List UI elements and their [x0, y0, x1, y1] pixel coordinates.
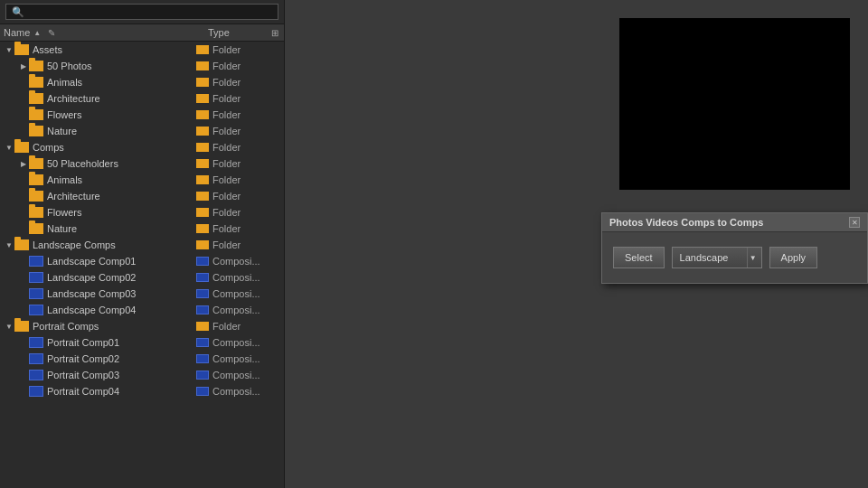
type-folder-icon: [196, 110, 209, 119]
type-folder-icon: [196, 240, 209, 249]
item-name-label: Assets: [33, 44, 196, 55]
item-name-label: Architecture: [47, 93, 196, 104]
type-folder-icon: [196, 159, 209, 168]
item-name-label: Portrait Comps: [33, 321, 196, 332]
tree-item[interactable]: NatureFolder: [0, 221, 284, 237]
tree-container: ▼AssetsFolder▶50 PhotosFolderAnimalsFold…: [0, 42, 284, 488]
tree-item[interactable]: NatureFolder: [0, 123, 284, 139]
comp-icon: [29, 288, 43, 299]
type-folder-icon: [196, 322, 209, 331]
dialog-overlay: Photos Videos Comps to Comps ✕ Select La…: [601, 212, 868, 284]
tree-item[interactable]: ▶50 PhotosFolder: [0, 58, 284, 74]
expand-arrow-icon: ▼: [4, 323, 14, 331]
column-headers: Name ▲ ✎ Type ⊞: [0, 24, 284, 42]
item-name-label: Comps: [33, 142, 196, 153]
type-folder-icon: [196, 143, 209, 152]
expand-arrow-icon: ▶: [18, 160, 29, 168]
folder-icon: [29, 191, 43, 202]
dialog-content: Select LandscapePortraitAll ▼ Apply: [602, 232, 867, 283]
folder-icon: [29, 93, 43, 104]
tree-item[interactable]: Landscape Comp02Composi...: [0, 269, 284, 286]
tree-item[interactable]: Portrait Comp04Composi...: [0, 383, 284, 399]
type-column-label: Type: [208, 27, 230, 38]
item-type-label: Folder: [212, 321, 280, 332]
item-name-label: Flowers: [47, 109, 196, 120]
item-type-label: Folder: [212, 191, 280, 202]
tree-item[interactable]: AnimalsFolder: [0, 172, 284, 188]
item-name-label: Animals: [47, 174, 196, 185]
select-button[interactable]: Select: [613, 247, 665, 268]
tree-item[interactable]: ▶50 PlaceholdersFolder: [0, 155, 284, 172]
tree-item[interactable]: Landscape Comp03Composi...: [0, 286, 284, 302]
comp-icon: [29, 353, 43, 364]
right-area: Photos Videos Comps to Comps ✕ Select La…: [285, 0, 868, 488]
type-comp-icon: [196, 371, 209, 380]
item-type-label: Composi...: [212, 386, 280, 397]
tree-item[interactable]: FlowersFolder: [0, 204, 284, 221]
tree-item[interactable]: Landscape Comp01Composi...: [0, 253, 284, 269]
tree-item[interactable]: ▼AssetsFolder: [0, 42, 284, 58]
search-input[interactable]: [5, 4, 278, 20]
type-comp-icon: [196, 338, 209, 347]
project-panel: Name ▲ ✎ Type ⊞ ▼AssetsFolder▶50 PhotosF…: [0, 0, 285, 488]
tree-item[interactable]: FlowersFolder: [0, 107, 284, 123]
tree-item[interactable]: ▼CompsFolder: [0, 139, 284, 155]
dropdown-wrapper: LandscapePortraitAll ▼: [672, 247, 762, 268]
expand-arrow-icon: ▼: [4, 144, 14, 152]
item-type-label: Folder: [212, 93, 280, 104]
comp-icon: [29, 305, 43, 315]
item-type-label: Folder: [212, 44, 280, 55]
item-type-label: Folder: [212, 61, 280, 71]
tree-item[interactable]: Portrait Comp01Composi...: [0, 334, 284, 351]
expand-arrow-icon: ▼: [4, 241, 14, 249]
grid-icon[interactable]: ⊞: [271, 28, 278, 38]
landscape-dropdown[interactable]: LandscapePortraitAll: [672, 247, 762, 268]
item-type-label: Composi...: [212, 288, 280, 299]
type-column-header[interactable]: Type: [208, 27, 280, 38]
comp-icon: [29, 272, 43, 283]
tree-item[interactable]: Landscape Comp04Composi...: [0, 302, 284, 318]
type-comp-icon: [196, 387, 209, 396]
item-type-label: Folder: [212, 158, 280, 169]
name-column-label: Name: [4, 27, 30, 38]
folder-icon: [14, 239, 29, 250]
item-name-label: Nature: [47, 126, 196, 136]
item-type-label: Folder: [212, 174, 280, 185]
item-type-label: Folder: [212, 109, 280, 120]
tree-item[interactable]: ArchitectureFolder: [0, 188, 284, 204]
item-name-label: Portrait Comp03: [47, 370, 196, 380]
type-folder-icon: [196, 127, 209, 136]
item-type-label: Folder: [212, 207, 280, 218]
item-name-label: Nature: [47, 223, 196, 234]
expand-arrow-icon: ▼: [4, 46, 14, 54]
dialog-close-button[interactable]: ✕: [849, 217, 860, 228]
tree-item[interactable]: ArchitectureFolder: [0, 90, 284, 107]
tree-item[interactable]: ▼Portrait CompsFolder: [0, 318, 284, 334]
folder-icon: [29, 61, 43, 71]
folder-icon: [29, 77, 43, 88]
item-name-label: Landscape Comp04: [47, 305, 196, 315]
folder-icon: [29, 174, 43, 185]
item-type-label: Composi...: [212, 272, 280, 283]
item-name-label: Portrait Comp02: [47, 353, 196, 364]
type-folder-icon: [196, 61, 209, 70]
folder-icon: [14, 142, 29, 153]
tree-item[interactable]: ▼Landscape CompsFolder: [0, 237, 284, 253]
folder-icon: [14, 44, 29, 55]
type-folder-icon: [196, 175, 209, 184]
tree-item[interactable]: Portrait Comp02Composi...: [0, 351, 284, 367]
item-type-label: Composi...: [212, 370, 280, 380]
apply-button[interactable]: Apply: [769, 247, 818, 268]
comp-icon: [29, 337, 43, 348]
item-name-label: Animals: [47, 77, 196, 88]
dialog-title: Photos Videos Comps to Comps: [609, 217, 763, 228]
type-folder-icon: [196, 94, 209, 103]
item-name-label: Portrait Comp04: [47, 386, 196, 397]
tree-item[interactable]: Portrait Comp03Composi...: [0, 367, 284, 383]
pencil-icon: ✎: [48, 28, 55, 38]
search-bar: [0, 0, 284, 24]
name-column-header[interactable]: Name ▲ ✎: [4, 27, 208, 38]
tree-item[interactable]: AnimalsFolder: [0, 74, 284, 90]
item-type-label: Composi...: [212, 337, 280, 348]
item-name-label: 50 Placeholders: [47, 158, 196, 169]
